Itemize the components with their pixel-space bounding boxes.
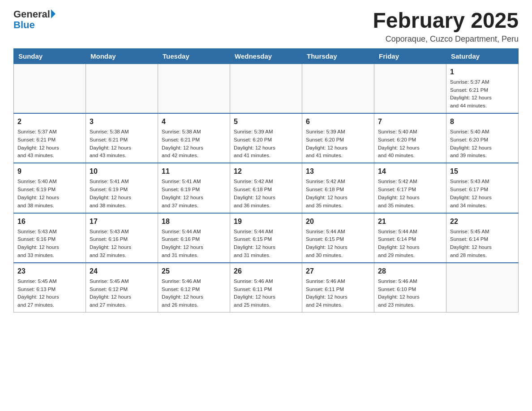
calendar-week-5: 23Sunrise: 5:45 AM Sunset: 6:13 PM Dayli… — [14, 263, 519, 313]
day-info: Sunrise: 5:45 AM Sunset: 6:14 PM Dayligh… — [450, 228, 515, 260]
day-info: Sunrise: 5:45 AM Sunset: 6:12 PM Dayligh… — [90, 278, 154, 309]
day-info: Sunrise: 5:44 AM Sunset: 6:15 PM Dayligh… — [234, 228, 298, 260]
calendar-cell — [446, 263, 519, 313]
day-number: 16 — [17, 216, 82, 227]
weekday-monday: Monday — [86, 48, 158, 64]
day-info: Sunrise: 5:41 AM Sunset: 6:19 PM Dayligh… — [90, 178, 154, 210]
day-info: Sunrise: 5:39 AM Sunset: 6:20 PM Dayligh… — [234, 128, 298, 160]
day-number: 1 — [450, 67, 515, 77]
calendar-cell: 25Sunrise: 5:46 AM Sunset: 6:12 PM Dayli… — [158, 263, 230, 313]
day-number: 17 — [90, 216, 154, 227]
calendar-cell: 21Sunrise: 5:44 AM Sunset: 6:14 PM Dayli… — [374, 213, 446, 263]
calendar-cell: 16Sunrise: 5:43 AM Sunset: 6:16 PM Dayli… — [14, 213, 86, 263]
calendar-cell: 22Sunrise: 5:45 AM Sunset: 6:14 PM Dayli… — [446, 213, 519, 263]
day-info: Sunrise: 5:37 AM Sunset: 6:21 PM Dayligh… — [450, 78, 515, 110]
calendar-cell — [302, 64, 374, 113]
day-number: 7 — [378, 116, 442, 127]
day-info: Sunrise: 5:46 AM Sunset: 6:11 PM Dayligh… — [306, 278, 370, 309]
calendar-cell: 24Sunrise: 5:45 AM Sunset: 6:12 PM Dayli… — [86, 263, 158, 313]
day-number: 18 — [162, 216, 226, 227]
calendar-cell: 20Sunrise: 5:44 AM Sunset: 6:15 PM Dayli… — [302, 213, 374, 263]
logo-arrow-icon — [51, 9, 56, 18]
calendar-body: 1Sunrise: 5:37 AM Sunset: 6:21 PM Daylig… — [14, 64, 519, 312]
calendar-table: SundayMondayTuesdayWednesdayThursdayFrid… — [13, 48, 519, 313]
main-title: February 2025 — [373, 9, 519, 33]
weekday-friday: Friday — [374, 48, 446, 64]
calendar-cell: 19Sunrise: 5:44 AM Sunset: 6:15 PM Dayli… — [230, 213, 302, 263]
day-info: Sunrise: 5:38 AM Sunset: 6:21 PM Dayligh… — [162, 128, 226, 160]
calendar-cell: 4Sunrise: 5:38 AM Sunset: 6:21 PM Daylig… — [158, 113, 230, 163]
title-section: February 2025 Coporaque, Cuzco Departmen… — [373, 9, 519, 44]
day-number: 25 — [162, 266, 226, 277]
calendar-cell — [158, 64, 230, 113]
calendar-cell: 11Sunrise: 5:41 AM Sunset: 6:19 PM Dayli… — [158, 163, 230, 213]
calendar-header: SundayMondayTuesdayWednesdayThursdayFrid… — [14, 48, 519, 64]
day-number: 5 — [234, 116, 298, 127]
day-number: 19 — [234, 216, 298, 227]
weekday-wednesday: Wednesday — [230, 48, 302, 64]
calendar-cell: 12Sunrise: 5:42 AM Sunset: 6:18 PM Dayli… — [230, 163, 302, 213]
calendar-cell: 23Sunrise: 5:45 AM Sunset: 6:13 PM Dayli… — [14, 263, 86, 313]
calendar-cell: 10Sunrise: 5:41 AM Sunset: 6:19 PM Dayli… — [86, 163, 158, 213]
calendar-cell: 28Sunrise: 5:46 AM Sunset: 6:10 PM Dayli… — [374, 263, 446, 313]
weekday-saturday: Saturday — [446, 48, 519, 64]
day-info: Sunrise: 5:43 AM Sunset: 6:16 PM Dayligh… — [17, 228, 82, 260]
day-info: Sunrise: 5:46 AM Sunset: 6:10 PM Dayligh… — [378, 278, 442, 309]
day-info: Sunrise: 5:42 AM Sunset: 6:18 PM Dayligh… — [306, 178, 370, 210]
calendar-cell: 14Sunrise: 5:42 AM Sunset: 6:17 PM Dayli… — [374, 163, 446, 213]
day-info: Sunrise: 5:40 AM Sunset: 6:20 PM Dayligh… — [378, 128, 442, 160]
day-number: 10 — [90, 166, 154, 177]
day-info: Sunrise: 5:46 AM Sunset: 6:11 PM Dayligh… — [234, 278, 298, 309]
page-header: General Blue February 2025 Coporaque, Cu… — [13, 9, 519, 44]
day-info: Sunrise: 5:42 AM Sunset: 6:18 PM Dayligh… — [234, 178, 298, 210]
day-number: 11 — [162, 166, 226, 177]
day-number: 27 — [306, 266, 370, 277]
day-number: 15 — [450, 166, 515, 177]
day-info: Sunrise: 5:43 AM Sunset: 6:17 PM Dayligh… — [450, 178, 515, 210]
day-info: Sunrise: 5:42 AM Sunset: 6:17 PM Dayligh… — [378, 178, 442, 210]
weekday-thursday: Thursday — [302, 48, 374, 64]
calendar-cell: 2Sunrise: 5:37 AM Sunset: 6:21 PM Daylig… — [14, 113, 86, 163]
day-number: 22 — [450, 216, 515, 227]
subtitle: Coporaque, Cuzco Department, Peru — [373, 34, 519, 44]
day-info: Sunrise: 5:45 AM Sunset: 6:13 PM Dayligh… — [17, 278, 82, 309]
day-info: Sunrise: 5:41 AM Sunset: 6:19 PM Dayligh… — [162, 178, 226, 210]
calendar-week-4: 16Sunrise: 5:43 AM Sunset: 6:16 PM Dayli… — [14, 213, 519, 263]
calendar-cell: 5Sunrise: 5:39 AM Sunset: 6:20 PM Daylig… — [230, 113, 302, 163]
calendar-cell — [230, 64, 302, 113]
day-number: 14 — [378, 166, 442, 177]
day-number: 9 — [17, 166, 82, 177]
logo-text: General — [13, 9, 56, 20]
calendar-cell: 8Sunrise: 5:40 AM Sunset: 6:20 PM Daylig… — [446, 113, 519, 163]
calendar-cell: 7Sunrise: 5:40 AM Sunset: 6:20 PM Daylig… — [374, 113, 446, 163]
day-number: 24 — [90, 266, 154, 277]
day-info: Sunrise: 5:40 AM Sunset: 6:20 PM Dayligh… — [450, 128, 515, 160]
calendar-week-3: 9Sunrise: 5:40 AM Sunset: 6:19 PM Daylig… — [14, 163, 519, 213]
calendar-cell: 13Sunrise: 5:42 AM Sunset: 6:18 PM Dayli… — [302, 163, 374, 213]
calendar-cell — [14, 64, 86, 113]
day-info: Sunrise: 5:39 AM Sunset: 6:20 PM Dayligh… — [306, 128, 370, 160]
day-number: 12 — [234, 166, 298, 177]
day-number: 6 — [306, 116, 370, 127]
day-info: Sunrise: 5:44 AM Sunset: 6:16 PM Dayligh… — [162, 228, 226, 260]
day-number: 21 — [378, 216, 442, 227]
day-info: Sunrise: 5:43 AM Sunset: 6:16 PM Dayligh… — [90, 228, 154, 260]
calendar-cell — [86, 64, 158, 113]
calendar-cell — [374, 64, 446, 113]
calendar-cell: 6Sunrise: 5:39 AM Sunset: 6:20 PM Daylig… — [302, 113, 374, 163]
calendar-cell: 9Sunrise: 5:40 AM Sunset: 6:19 PM Daylig… — [14, 163, 86, 213]
day-info: Sunrise: 5:44 AM Sunset: 6:14 PM Dayligh… — [378, 228, 442, 260]
logo-blue-text: Blue — [13, 20, 56, 30]
weekday-tuesday: Tuesday — [158, 48, 230, 64]
day-number: 13 — [306, 166, 370, 177]
logo: General Blue — [13, 9, 56, 30]
calendar-week-2: 2Sunrise: 5:37 AM Sunset: 6:21 PM Daylig… — [14, 113, 519, 163]
day-info: Sunrise: 5:46 AM Sunset: 6:12 PM Dayligh… — [162, 278, 226, 309]
day-number: 8 — [450, 116, 515, 127]
calendar-cell: 17Sunrise: 5:43 AM Sunset: 6:16 PM Dayli… — [86, 213, 158, 263]
day-number: 26 — [234, 266, 298, 277]
calendar-cell: 18Sunrise: 5:44 AM Sunset: 6:16 PM Dayli… — [158, 213, 230, 263]
day-number: 23 — [17, 266, 82, 277]
calendar-cell: 27Sunrise: 5:46 AM Sunset: 6:11 PM Dayli… — [302, 263, 374, 313]
day-info: Sunrise: 5:44 AM Sunset: 6:15 PM Dayligh… — [306, 228, 370, 260]
